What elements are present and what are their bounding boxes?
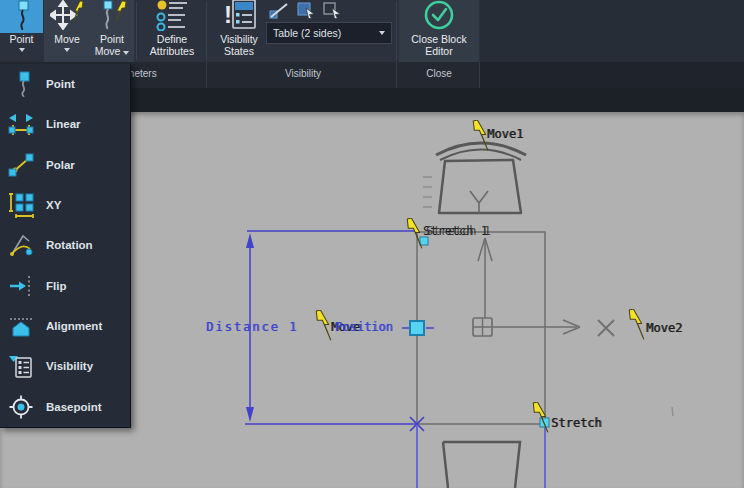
panel-strip-separator bbox=[396, 62, 397, 88]
menu-item-label: Visibility bbox=[46, 360, 93, 372]
menu-item-polar[interactable]: Polar bbox=[0, 145, 130, 185]
move2-action-icon[interactable] bbox=[628, 309, 646, 341]
panel-strip-empty bbox=[480, 62, 744, 88]
point-move-label-line2: Move bbox=[95, 45, 130, 57]
move-action-ribbon-icon bbox=[50, 0, 84, 34]
visibility-states-label-line1: Visibility bbox=[220, 33, 258, 45]
flip-parameter-icon bbox=[8, 273, 34, 299]
menu-item-label: Flip bbox=[46, 280, 66, 292]
menu-item-point[interactable]: Point bbox=[0, 64, 130, 104]
menu-item-label: Rotation bbox=[46, 239, 93, 251]
close-check-icon bbox=[423, 0, 455, 35]
visibility-parameter-icon bbox=[8, 353, 34, 379]
point-move-button[interactable]: Point Move bbox=[90, 0, 134, 62]
define-attributes-button[interactable]: Define Attributes bbox=[140, 0, 204, 62]
ribbon-empty-area bbox=[480, 0, 744, 62]
define-attributes-icon bbox=[155, 0, 189, 35]
ribbon: Point Move Point Move Define Attr bbox=[0, 0, 744, 62]
visibility-mode-button[interactable] bbox=[268, 1, 290, 19]
visibility-states-button[interactable]: ! Visibility States bbox=[210, 0, 268, 62]
point-parameter-icon bbox=[8, 71, 34, 97]
parameter-flyout-menu: Point Linear Polar XY Rotation bbox=[0, 64, 131, 428]
define-attributes-label-line1: Define bbox=[157, 33, 187, 45]
menu-item-label: Polar bbox=[46, 159, 75, 171]
rotation-parameter-icon bbox=[8, 232, 34, 258]
linear-parameter-icon bbox=[8, 111, 34, 137]
menu-item-label: Basepoint bbox=[46, 401, 102, 413]
move1-action-label[interactable]: Move1 bbox=[487, 127, 523, 141]
visibility-states-icon: ! bbox=[221, 0, 257, 35]
visibility-dropdown-arrow-icon[interactable] bbox=[379, 31, 385, 35]
make-visible-button[interactable] bbox=[296, 1, 318, 19]
point-parameter-button[interactable]: Point bbox=[0, 0, 43, 62]
menu-item-label: XY bbox=[46, 199, 61, 211]
position-grip[interactable] bbox=[409, 320, 425, 336]
close-block-editor-button[interactable]: Close Block Editor bbox=[399, 0, 479, 62]
menu-item-xy[interactable]: XY bbox=[0, 185, 130, 225]
visibility-states-label-line2: States bbox=[224, 45, 254, 57]
ribbon-separator bbox=[396, 2, 397, 60]
move-action-button[interactable]: Move bbox=[45, 0, 89, 62]
move-dropdown-arrow-icon[interactable] bbox=[64, 48, 70, 52]
polar-parameter-icon bbox=[8, 152, 34, 178]
point-button-label: Point bbox=[10, 33, 34, 45]
menu-item-flip[interactable]: Flip bbox=[0, 266, 130, 306]
ribbon-separator bbox=[136, 2, 137, 60]
menu-item-label: Alignment bbox=[46, 320, 102, 332]
visibility-state-dropdown-value: Table (2 sides) bbox=[273, 27, 376, 39]
point-dropdown-arrow-icon[interactable] bbox=[19, 48, 25, 52]
menu-item-linear[interactable]: Linear bbox=[0, 104, 130, 144]
menu-item-rotation[interactable]: Rotation bbox=[0, 225, 130, 265]
point-move-label-line1: Point bbox=[100, 33, 124, 45]
distance-parameter-label[interactable]: Distance 1 bbox=[206, 320, 298, 334]
block-editor-window: Move1 Stretch 1 Distance 1 Move Position… bbox=[0, 0, 744, 488]
visibility-panel-label[interactable]: Visibility bbox=[270, 68, 336, 79]
visibility-state-dropdown[interactable]: Table (2 sides) bbox=[266, 22, 392, 44]
menu-item-alignment[interactable]: Alignment bbox=[0, 306, 130, 346]
close-panel-label[interactable]: Close bbox=[410, 68, 468, 79]
svg-text:!: ! bbox=[224, 1, 232, 28]
xy-parameter-icon bbox=[8, 192, 34, 218]
move-button-label: Move bbox=[54, 33, 80, 45]
point-move-icon bbox=[96, 0, 128, 34]
alignment-parameter-icon bbox=[8, 313, 34, 339]
stretch1-action-icon[interactable] bbox=[406, 218, 424, 250]
make-invisible-button[interactable] bbox=[322, 1, 344, 19]
close-block-editor-label-line1: Close Block bbox=[411, 33, 466, 45]
stretch1-action-label[interactable]: Stretch 1 bbox=[423, 224, 488, 238]
close-block-editor-label-line2: Editor bbox=[425, 45, 452, 57]
point-parameter-icon bbox=[9, 0, 35, 34]
point-move-dropdown-arrow-icon[interactable] bbox=[123, 51, 129, 55]
menu-item-label: Linear bbox=[46, 118, 81, 130]
basepoint-parameter-icon bbox=[8, 394, 34, 420]
move2-action-label[interactable]: Move2 bbox=[646, 321, 682, 335]
position-parameter-label[interactable]: Position bbox=[335, 320, 393, 334]
panel-strip-separator bbox=[479, 62, 480, 88]
define-attributes-label-line2: Attributes bbox=[150, 45, 194, 57]
menu-item-basepoint[interactable]: Basepoint bbox=[0, 387, 130, 427]
stretch-action-label[interactable]: Stretch bbox=[551, 416, 602, 430]
menu-item-visibility[interactable]: Visibility bbox=[0, 346, 130, 386]
stretch-action-icon[interactable] bbox=[532, 402, 550, 434]
panel-strip-separator bbox=[206, 62, 207, 88]
menu-item-label: Point bbox=[46, 78, 75, 90]
ribbon-separator bbox=[206, 2, 207, 60]
